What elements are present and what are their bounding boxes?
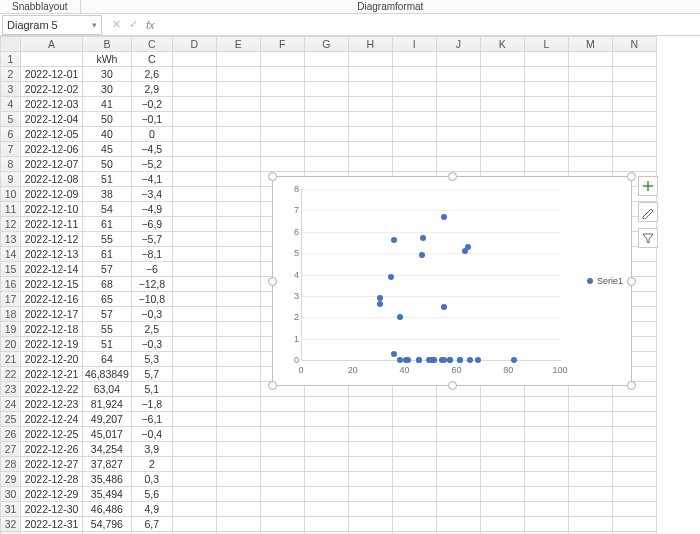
cell[interactable]: −3,4 (131, 187, 172, 202)
cell[interactable] (304, 112, 348, 127)
cell[interactable]: 54 (83, 202, 132, 217)
cell[interactable] (172, 142, 216, 157)
row-header[interactable]: 20 (1, 337, 21, 352)
cell[interactable] (612, 502, 656, 517)
column-header[interactable]: H (348, 37, 392, 52)
cell[interactable] (348, 142, 392, 157)
chart-plot-area[interactable] (301, 189, 561, 361)
cancel-icon[interactable]: ✕ (112, 18, 121, 31)
data-point[interactable] (391, 351, 397, 357)
chart-filter-button[interactable] (638, 228, 658, 248)
cell[interactable] (568, 142, 612, 157)
cell[interactable] (172, 82, 216, 97)
cell[interactable] (216, 292, 260, 307)
cell[interactable]: 2022-12-12 (21, 232, 83, 247)
cell[interactable]: 2022-12-09 (21, 187, 83, 202)
cell[interactable] (524, 127, 568, 142)
cell[interactable]: 5,1 (131, 382, 172, 397)
cell[interactable]: 50 (83, 157, 132, 172)
cell[interactable] (260, 487, 304, 502)
row-header[interactable]: 23 (1, 382, 21, 397)
cell[interactable]: 61 (83, 217, 132, 232)
cell[interactable] (392, 442, 436, 457)
cell[interactable]: 57 (83, 307, 132, 322)
cell[interactable] (392, 427, 436, 442)
row-header[interactable]: 5 (1, 112, 21, 127)
cell[interactable] (216, 187, 260, 202)
cell[interactable] (348, 82, 392, 97)
cell[interactable] (260, 112, 304, 127)
cell[interactable] (524, 502, 568, 517)
cell[interactable] (612, 397, 656, 412)
cell[interactable] (392, 52, 436, 67)
cell[interactable]: 41 (83, 97, 132, 112)
cell[interactable]: 35,486 (83, 472, 132, 487)
cell[interactable] (216, 472, 260, 487)
cell[interactable] (392, 142, 436, 157)
cell[interactable]: 2022-12-07 (21, 157, 83, 172)
data-point[interactable] (511, 357, 517, 363)
cell[interactable]: 35,494 (83, 487, 132, 502)
row-header[interactable]: 17 (1, 292, 21, 307)
cell[interactable] (436, 412, 480, 427)
data-point[interactable] (388, 274, 394, 280)
data-point[interactable] (397, 357, 403, 363)
cell[interactable] (348, 487, 392, 502)
cell[interactable] (568, 52, 612, 67)
cell[interactable] (172, 367, 216, 382)
cell[interactable] (480, 517, 524, 532)
cell[interactable] (436, 427, 480, 442)
cell[interactable] (436, 127, 480, 142)
row-header[interactable]: 10 (1, 187, 21, 202)
data-point[interactable] (377, 295, 383, 301)
cell[interactable] (216, 157, 260, 172)
cell[interactable] (260, 412, 304, 427)
cell[interactable]: 2,9 (131, 82, 172, 97)
resize-handle[interactable] (627, 381, 636, 390)
data-point[interactable] (420, 235, 426, 241)
cell[interactable]: 2022-12-17 (21, 307, 83, 322)
cell[interactable] (172, 427, 216, 442)
column-header[interactable]: G (304, 37, 348, 52)
data-point[interactable] (416, 357, 422, 363)
data-point[interactable] (441, 214, 447, 220)
row-header[interactable]: 31 (1, 502, 21, 517)
cell[interactable] (436, 52, 480, 67)
data-point[interactable] (457, 357, 463, 363)
cell[interactable] (304, 502, 348, 517)
cell[interactable] (524, 142, 568, 157)
cell[interactable] (568, 112, 612, 127)
cell[interactable] (612, 487, 656, 502)
cell[interactable] (348, 97, 392, 112)
cell[interactable] (304, 457, 348, 472)
cell[interactable] (480, 487, 524, 502)
cell[interactable] (436, 97, 480, 112)
cell[interactable]: 49,207 (83, 412, 132, 427)
cell[interactable]: −6,1 (131, 412, 172, 427)
cell[interactable] (480, 412, 524, 427)
cell[interactable] (172, 487, 216, 502)
column-header[interactable]: F (260, 37, 304, 52)
cell[interactable] (612, 52, 656, 67)
cell[interactable] (568, 82, 612, 97)
cell[interactable] (260, 52, 304, 67)
cell[interactable] (348, 67, 392, 82)
resize-handle[interactable] (448, 381, 457, 390)
row-header[interactable]: 21 (1, 352, 21, 367)
cell[interactable] (480, 127, 524, 142)
cell[interactable] (216, 322, 260, 337)
cell[interactable] (392, 457, 436, 472)
cell[interactable] (612, 112, 656, 127)
cell[interactable] (21, 52, 83, 67)
cell[interactable] (304, 127, 348, 142)
cell[interactable]: 2022-12-31 (21, 517, 83, 532)
cell[interactable] (348, 442, 392, 457)
data-point[interactable] (467, 357, 473, 363)
data-point[interactable] (397, 314, 403, 320)
cell[interactable]: 2022-12-29 (21, 487, 83, 502)
row-header[interactable]: 8 (1, 157, 21, 172)
cell[interactable] (612, 127, 656, 142)
worksheet[interactable]: ABCDEFGHIJKLMN1kWhC22022-12-01302,632022… (0, 36, 700, 534)
ribbon-tab-quicklayout[interactable]: Snabblayout (0, 0, 81, 13)
cell[interactable] (568, 457, 612, 472)
